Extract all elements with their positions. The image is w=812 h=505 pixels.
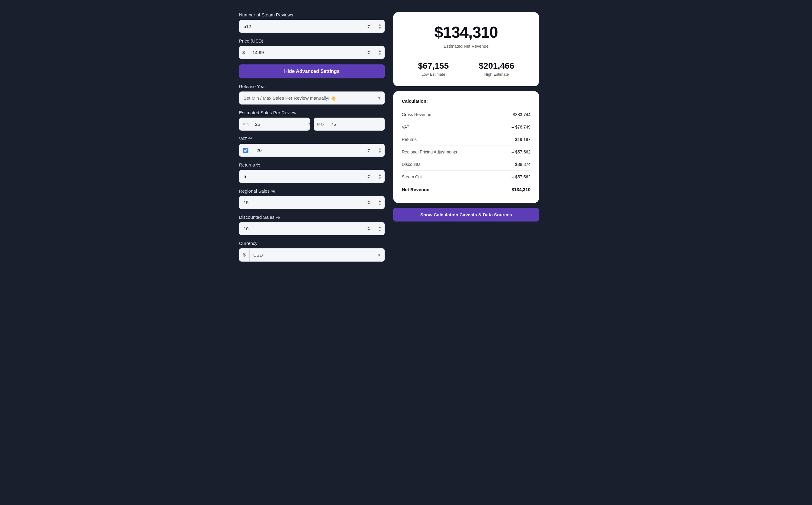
- left-panel: Number of Steam Reviews ▲ ▼ Price (USD) …: [239, 12, 385, 262]
- currency-select[interactable]: USD EUR GBP: [250, 249, 384, 261]
- max-input[interactable]: [328, 118, 385, 130]
- price-input[interactable]: [248, 46, 375, 59]
- currency-field-group: Currency $ USD EUR GBP ⇕: [239, 241, 385, 262]
- regional-field-group: Regional Sales % ▲ ▼: [239, 188, 385, 209]
- revenue-divider: [403, 55, 529, 55]
- calc-row-label: VAT: [402, 125, 410, 130]
- max-input-wrapper: Max ▲ ▼: [314, 118, 385, 131]
- app-container: Number of Steam Reviews ▲ ▼ Price (USD) …: [239, 12, 573, 262]
- high-estimate-value: $201,466: [479, 61, 514, 71]
- regional-input-wrapper: ▲ ▼: [239, 196, 385, 209]
- vat-input-wrapper: ▲ ▼: [239, 144, 385, 157]
- release-year-label: Release Year: [239, 84, 385, 89]
- price-spinner[interactable]: ▲ ▼: [375, 48, 384, 57]
- returns-field-group: Returns % ▲ ▼: [239, 162, 385, 183]
- calc-row-label: Returns: [402, 137, 417, 142]
- discounted-input-wrapper: ▲ ▼: [239, 222, 385, 235]
- vat-input[interactable]: [252, 144, 375, 157]
- revenue-card: $134,310 Estimated Net Revenue $67,155 L…: [393, 12, 539, 86]
- vat-spinner[interactable]: ▲ ▼: [375, 146, 384, 155]
- calc-row-value: $383,744: [513, 112, 531, 117]
- price-field-group: Price (USD) $ ▲ ▼: [239, 38, 385, 59]
- calc-row-label: Steam Cut: [402, 174, 422, 179]
- release-year-field-group: Release Year Set Min / Max Sales Per Rev…: [239, 84, 385, 105]
- reviews-input[interactable]: [239, 20, 375, 32]
- vat-checkbox-wrap: [239, 145, 252, 156]
- vat-label: VAT %: [239, 136, 385, 141]
- discounted-label: Discounted Sales %: [239, 214, 385, 220]
- release-year-select-wrapper: Set Min / Max Sales Per Review manually!…: [239, 92, 385, 105]
- high-estimate-label: High Estimate: [484, 72, 509, 76]
- low-estimate-value: $67,155: [418, 61, 449, 71]
- calc-row-value: – $57,562: [512, 150, 531, 154]
- minmax-row: Min ▲ ▼ Max ▲ ▼: [239, 118, 385, 131]
- min-input-wrapper: Min ▲ ▼: [239, 118, 310, 131]
- currency-select-wrapper: $ USD EUR GBP ⇕: [239, 248, 385, 262]
- discounted-input[interactable]: [239, 222, 375, 235]
- calc-row-value: $134,310: [511, 187, 531, 192]
- currency-label: Currency: [239, 241, 385, 246]
- reviews-label: Number of Steam Reviews: [239, 12, 385, 17]
- returns-input-wrapper: ▲ ▼: [239, 170, 385, 183]
- net-revenue-value: $134,310: [435, 23, 498, 41]
- calc-row-value: – $38,374: [512, 162, 531, 167]
- returns-spinner[interactable]: ▲ ▼: [375, 172, 384, 181]
- calc-row: Regional Pricing Adjustments– $57,562: [402, 146, 531, 158]
- low-high-row: $67,155 Low Estimate $201,466 High Estim…: [403, 61, 529, 76]
- reviews-field-group: Number of Steam Reviews ▲ ▼: [239, 12, 385, 33]
- returns-input[interactable]: [239, 170, 375, 183]
- regional-spinner[interactable]: ▲ ▼: [375, 198, 384, 207]
- price-prefix: $: [239, 46, 248, 59]
- high-estimate-item: $201,466 High Estimate: [479, 61, 514, 76]
- calc-row-label: Net Revenue: [402, 187, 430, 192]
- discounted-spinner[interactable]: ▲ ▼: [375, 224, 384, 233]
- calc-row-value: – $76,749: [512, 125, 531, 130]
- min-input[interactable]: [252, 118, 310, 130]
- calc-card: Calculation: Gross Revenue$383,744VAT– $…: [393, 91, 539, 203]
- regional-label: Regional Sales %: [239, 188, 385, 194]
- calc-row-label: Discounts: [402, 162, 420, 167]
- price-label: Price (USD): [239, 38, 385, 43]
- calc-rows-container: Gross Revenue$383,744VAT– $76,749Returns…: [402, 109, 531, 196]
- reviews-spinner[interactable]: ▲ ▼: [375, 22, 384, 31]
- calc-row-value: – $19,187: [512, 137, 531, 142]
- calc-row-label: Regional Pricing Adjustments: [402, 150, 457, 154]
- calc-row: VAT– $76,749: [402, 121, 531, 133]
- calc-row: Gross Revenue$383,744: [402, 109, 531, 121]
- min-label: Min: [239, 118, 252, 130]
- calc-row: Returns– $19,187: [402, 133, 531, 146]
- calc-row: Discounts– $38,374: [402, 158, 531, 171]
- currency-prefix: $: [239, 248, 250, 261]
- calc-row: Net Revenue$134,310: [402, 183, 531, 196]
- show-caveats-button[interactable]: Show Calculation Caveats & Data Sources: [393, 208, 539, 221]
- low-estimate-label: Low Estimate: [422, 72, 445, 76]
- low-estimate-item: $67,155 Low Estimate: [418, 61, 449, 76]
- regional-input[interactable]: [239, 196, 375, 209]
- max-label: Max: [314, 118, 328, 130]
- calc-title: Calculation:: [402, 99, 531, 104]
- vat-checkbox[interactable]: [243, 148, 248, 153]
- release-year-select[interactable]: Set Min / Max Sales Per Review manually!…: [239, 92, 384, 104]
- reviews-input-wrapper: ▲ ▼: [239, 20, 385, 33]
- toggle-advanced-button[interactable]: Hide Advanced Settings: [239, 64, 385, 78]
- calc-row-value: – $57,562: [512, 174, 531, 179]
- vat-field-group: VAT % ▲ ▼: [239, 136, 385, 157]
- right-panel: $134,310 Estimated Net Revenue $67,155 L…: [393, 12, 539, 262]
- net-revenue-label: Estimated Net Revenue: [444, 44, 489, 49]
- sales-per-review-label: Estimated Sales Per Review: [239, 110, 385, 115]
- returns-label: Returns %: [239, 162, 385, 167]
- sales-per-review-field-group: Estimated Sales Per Review Min ▲ ▼ Max ▲…: [239, 110, 385, 131]
- discounted-field-group: Discounted Sales % ▲ ▼: [239, 214, 385, 235]
- calc-row: Steam Cut– $57,562: [402, 171, 531, 183]
- calc-row-label: Gross Revenue: [402, 112, 431, 117]
- price-input-wrapper: $ ▲ ▼: [239, 46, 385, 59]
